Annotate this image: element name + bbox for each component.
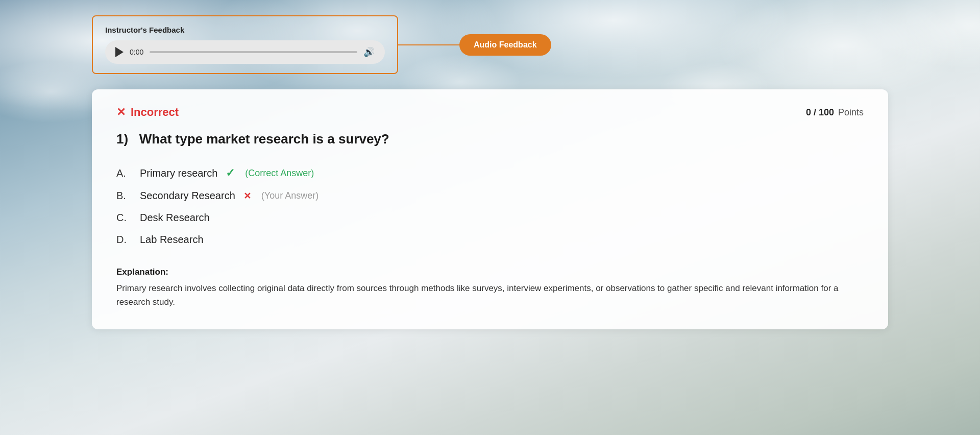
question-number: 1) [116, 131, 128, 147]
option-a-letter: A. [116, 167, 132, 179]
feedback-box-label: Instructor's Feedback [105, 26, 385, 34]
points-label: Points [838, 107, 864, 118]
feedback-box: Instructor's Feedback 0:00 🔊 [92, 15, 398, 74]
explanation-text: Primary research involves collecting ori… [116, 281, 864, 309]
option-d-text: Lab Research [140, 234, 204, 246]
correct-answer-label: (Correct Answer) [245, 168, 314, 179]
explanation-section: Explanation: Primary research involves c… [116, 267, 864, 309]
incorrect-section: ✕ Incorrect [116, 106, 179, 119]
incorrect-x-icon: ✕ [116, 106, 126, 119]
audio-time: 0:00 [130, 48, 143, 56]
question-body: What type market research is a survey? [139, 131, 389, 147]
options-list: A. Primary research ✓ (Correct Answer) B… [116, 161, 864, 251]
points-score: 0 / 100 [806, 107, 834, 118]
audio-progress-bar[interactable] [150, 51, 357, 53]
option-b-letter: B. [116, 190, 132, 202]
volume-icon[interactable]: 🔊 [363, 46, 375, 58]
connector-line [398, 44, 459, 45]
option-c-text: Desk Research [140, 212, 210, 224]
option-a-text: Primary research [140, 167, 217, 179]
incorrect-label: Incorrect [131, 106, 179, 119]
connector: Audio Feedback [398, 34, 551, 56]
option-d: D. Lab Research [116, 229, 864, 251]
wrong-x-icon: ✕ [243, 190, 251, 202]
option-b: B. Secondary Research ✕ (Your Answer) [116, 185, 864, 207]
question-text: 1) What type market research is a survey… [116, 131, 864, 147]
option-b-text: Secondary Research [140, 190, 235, 202]
feedback-section: Instructor's Feedback 0:00 🔊 Audio Feedb… [92, 15, 888, 74]
option-a: A. Primary research ✓ (Correct Answer) [116, 161, 864, 185]
explanation-title: Explanation: [116, 267, 864, 277]
card-header: ✕ Incorrect 0 / 100 Points [116, 106, 864, 119]
option-c-letter: C. [116, 212, 132, 224]
points-section: 0 / 100 Points [806, 107, 864, 118]
audio-player[interactable]: 0:00 🔊 [105, 40, 385, 64]
option-c: C. Desk Research [116, 207, 864, 229]
audio-feedback-badge[interactable]: Audio Feedback [459, 34, 551, 56]
play-button[interactable] [115, 47, 124, 57]
page-content: Instructor's Feedback 0:00 🔊 Audio Feedb… [0, 0, 980, 435]
your-answer-label: (Your Answer) [261, 190, 318, 201]
question-card: ✕ Incorrect 0 / 100 Points 1) What type … [92, 89, 888, 329]
option-d-letter: D. [116, 234, 132, 246]
correct-checkmark-icon: ✓ [226, 166, 235, 180]
